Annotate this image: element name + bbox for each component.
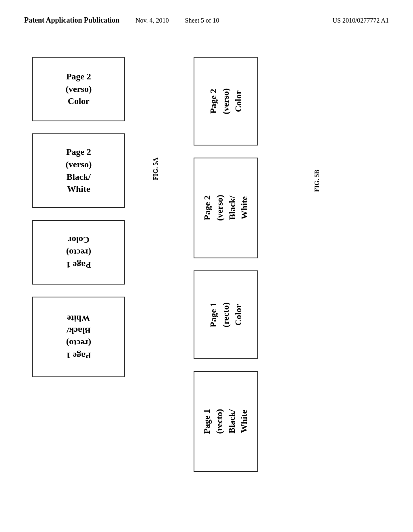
right-box-page1-recto-color-label: Page 1(recto)Color <box>207 302 244 327</box>
right-box-page1-recto-color: Page 1(recto)Color <box>194 270 258 359</box>
right-box-page2-verso-color: Page 2(verso)Color <box>194 57 258 145</box>
left-box-page2-verso-bw-label: Page 2(verso)Black/White <box>66 146 92 195</box>
left-box-page1-recto-bw: Page 1(recto)Black/White <box>32 297 125 377</box>
diagram-area: Page 2(verso)Color Page 2(verso)Black/Wh… <box>0 25 413 472</box>
left-box-page2-verso-color: Page 2(verso)Color <box>32 57 125 121</box>
left-box-page2-verso-bw: Page 2(verso)Black/White <box>32 133 125 208</box>
fig5b-label: FIG. 5B <box>313 170 321 192</box>
right-box-page2-verso-bw: Page 2(verso)Black/White <box>194 158 258 258</box>
publication-date: Nov. 4, 2010 <box>136 17 169 24</box>
right-box-page1-recto-bw-label: Page 1(recto)Black/White <box>201 409 250 434</box>
sheet-info: Sheet 5 of 10 <box>185 17 219 24</box>
right-box-page1-recto-bw: Page 1(recto)Black/White <box>194 371 258 472</box>
fig5a-label: FIG. 5A <box>152 158 159 180</box>
right-box-page2-verso-color-label: Page 2(verso)Color <box>207 88 244 114</box>
page-header: Patent Application Publication Nov. 4, 2… <box>0 0 413 25</box>
right-box-page2-verso-bw-label: Page 2(verso)Black/White <box>201 195 250 221</box>
publication-title: Patent Application Publication <box>24 16 119 25</box>
fig5b-column: Page 2(verso)Color Page 2(verso)Black/Wh… <box>194 57 307 472</box>
fig5a-column: Page 2(verso)Color Page 2(verso)Black/Wh… <box>32 57 145 472</box>
left-box-page1-recto-color: Page 1(recto)Color <box>32 220 125 285</box>
left-box-page1-recto-bw-label: Page 1(recto)Black/White <box>66 312 91 362</box>
left-box-page1-recto-color-label: Page 1(recto)Color <box>66 234 91 271</box>
left-box-page2-verso-color-label: Page 2(verso)Color <box>66 71 92 108</box>
patent-number: US 2010/0277772 A1 <box>332 17 389 24</box>
